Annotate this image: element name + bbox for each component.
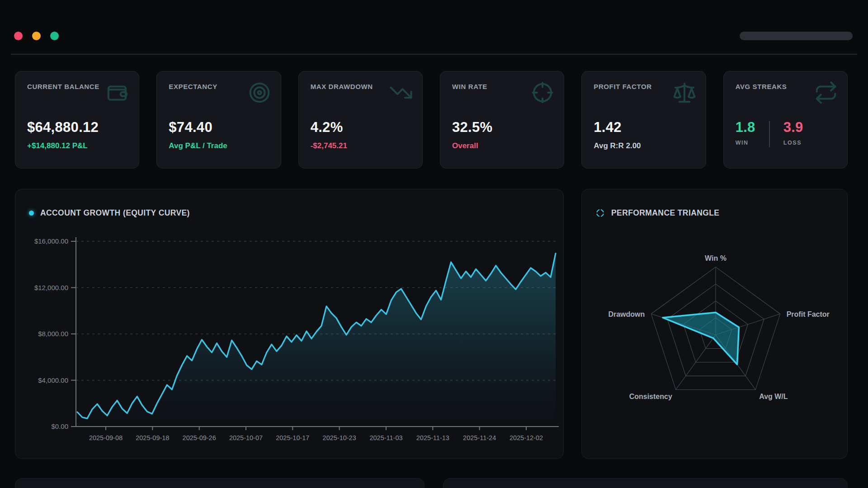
svg-text:Avg W/L: Avg W/L xyxy=(759,393,788,400)
svg-text:2025-09-18: 2025-09-18 xyxy=(136,434,169,441)
stat-card-win-rate: WIN RATE 32.5% Overall xyxy=(440,71,564,169)
repeat-icon xyxy=(814,80,838,105)
svg-text:Drawdown: Drawdown xyxy=(608,310,645,318)
svg-text:2025-09-08: 2025-09-08 xyxy=(89,434,123,441)
target-icon xyxy=(247,80,272,105)
stat-label: WIN RATE xyxy=(452,82,527,110)
stat-label: PROFIT FACTOR xyxy=(594,82,668,110)
stat-card-expectancy: EXPECTANCY $74.40 Avg P&L / Trade xyxy=(156,71,281,169)
stat-label: CURRENT BALANCE xyxy=(27,82,102,110)
svg-text:2025-10-07: 2025-10-07 xyxy=(229,434,263,441)
svg-text:Win %: Win % xyxy=(705,254,726,262)
stat-value: $74.40 xyxy=(169,120,269,134)
stat-value: $64,880.12 xyxy=(27,120,127,134)
stat-sub: Avg P&L / Trade xyxy=(169,141,269,150)
stat-sub: -$2,745.21 xyxy=(311,141,410,150)
traffic-light-minimize[interactable] xyxy=(32,32,41,40)
svg-text:$4,000.00: $4,000.00 xyxy=(38,376,68,384)
header-divider xyxy=(11,54,857,55)
stat-card-max-drawdown: MAX DRAWDOWN 4.2% -$2,745.21 xyxy=(298,71,423,169)
streak-divider xyxy=(769,121,770,147)
stat-sub: +$14,880.12 P&L xyxy=(27,141,127,150)
svg-text:2025-11-13: 2025-11-13 xyxy=(416,434,449,441)
bottom-card-left xyxy=(15,478,425,488)
trending-down-icon xyxy=(389,80,413,105)
streak-win-value: 1.8 xyxy=(736,120,755,134)
streaks-row: 1.8 WIN 3.9 LOSS xyxy=(736,120,835,147)
stats-row: CURRENT BALANCE $64,880.12 +$14,880.12 P… xyxy=(15,71,848,169)
performance-radar-chart[interactable]: Win %Profit FactorAvg W/LConsistencyDraw… xyxy=(582,189,848,460)
stat-sub: Avg R:R 2.00 xyxy=(594,141,693,150)
traffic-light-close[interactable] xyxy=(14,32,23,40)
stat-value: 32.5% xyxy=(452,120,552,134)
stat-card-current-balance: CURRENT BALANCE $64,880.12 +$14,880.12 P… xyxy=(15,71,139,169)
stat-label: AVG STREAKS xyxy=(736,82,810,110)
svg-text:2025-12-02: 2025-12-02 xyxy=(509,434,543,441)
svg-text:Profit Factor: Profit Factor xyxy=(787,310,830,318)
streak-win-label: WIN xyxy=(736,140,755,146)
bottom-card-right xyxy=(443,478,848,488)
svg-text:$12,000.00: $12,000.00 xyxy=(34,284,68,291)
svg-text:Consistency: Consistency xyxy=(629,393,672,400)
svg-text:2025-10-23: 2025-10-23 xyxy=(323,434,356,441)
stat-card-avg-streaks: AVG STREAKS 1.8 WIN 3.9 LOSS xyxy=(723,71,848,169)
stat-label: EXPECTANCY xyxy=(169,82,243,110)
streak-win-col: 1.8 WIN xyxy=(736,120,755,146)
stat-sub: Overall xyxy=(452,141,552,150)
svg-text:$0.00: $0.00 xyxy=(51,422,68,430)
stat-card-profit-factor: PROFIT FACTOR 1.42 Avg R:R 2.00 xyxy=(581,71,706,169)
svg-text:$16,000.00: $16,000.00 xyxy=(34,237,68,245)
streak-loss-label: LOSS xyxy=(783,140,803,146)
svg-text:2025-11-24: 2025-11-24 xyxy=(463,434,496,441)
equity-curve-chart[interactable]: $16,000.00$12,000.00$8,000.00$4,000.00$0… xyxy=(15,189,564,460)
svg-text:$8,000.00: $8,000.00 xyxy=(38,330,68,338)
stat-label: MAX DRAWDOWN xyxy=(311,82,385,110)
svg-text:2025-10-17: 2025-10-17 xyxy=(276,434,309,441)
stat-value: 1.42 xyxy=(594,120,693,134)
dashboard: { "window": { "traffic_lights": [ {"name… xyxy=(0,0,868,488)
svg-text:2025-09-26: 2025-09-26 xyxy=(183,434,216,441)
streak-loss-col: 3.9 LOSS xyxy=(783,120,803,146)
crosshair-icon xyxy=(530,80,555,105)
streak-loss-value: 3.9 xyxy=(783,120,803,134)
scales-icon xyxy=(672,80,697,105)
wallet-icon xyxy=(105,80,130,105)
radar-card: PERFORMANCE TRIANGLE Win %Profit FactorA… xyxy=(581,189,848,459)
svg-text:2025-11-03: 2025-11-03 xyxy=(369,434,402,441)
stat-value: 4.2% xyxy=(311,120,410,134)
window-drag-pill[interactable] xyxy=(740,32,853,40)
equity-card: ACCOUNT GROWTH (EQUITY CURVE) $16,000.00… xyxy=(15,189,564,459)
traffic-light-maximize[interactable] xyxy=(50,32,59,40)
